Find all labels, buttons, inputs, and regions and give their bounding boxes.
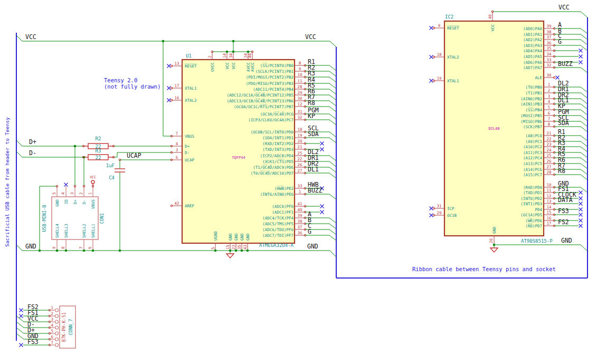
bus-entry	[581, 158, 587, 163]
pin-number: 17	[174, 83, 179, 88]
pin-name: AVCC	[250, 62, 255, 72]
conn7-ref[interactable]: CONN_7	[68, 319, 73, 336]
pin-number: 13	[546, 199, 551, 204]
junction-dot	[214, 250, 217, 252]
pin-number: 39	[546, 24, 551, 28]
pin-number: 3	[176, 148, 178, 152]
net-label[interactable]: KP	[308, 112, 315, 120]
pin-number: 7	[79, 246, 83, 249]
net-label[interactable]: FS2	[558, 218, 569, 226]
pin-name: VBUS	[185, 134, 195, 139]
net-label-vcc-ic2[interactable]: VCC	[558, 4, 570, 11]
net-label[interactable]: DATA	[558, 196, 573, 204]
gnd-symbol-ic2[interactable]	[490, 248, 498, 252]
conn7-value[interactable]: B7K-PH-K-S1	[61, 312, 67, 342]
pin-number: 41	[297, 202, 302, 206]
r3-ref[interactable]: R3	[96, 148, 101, 154]
pin-number: 12	[546, 194, 551, 198]
pin-number: 5	[211, 247, 215, 250]
junction-dot	[83, 250, 86, 252]
capacitor-c4[interactable]	[115, 169, 125, 172]
net-label-dminus[interactable]: D-	[29, 149, 36, 157]
net-label[interactable]: FS3	[558, 207, 569, 215]
junction-dot	[247, 51, 250, 53]
pin-name: (AD3)PA3	[523, 43, 542, 48]
pin-name: (XCK1/C̅T̅S̅)PD5	[262, 159, 293, 164]
net-label-ucap[interactable]: UCAP	[127, 152, 141, 159]
net-label[interactable]: G	[558, 38, 562, 45]
pin-name: (W̅R̅)PD6	[525, 218, 542, 223]
net-label-vcc-left[interactable]: VCC	[25, 33, 36, 41]
net-label[interactable]: FS3	[27, 338, 39, 346]
net-label[interactable]: DL1	[308, 166, 319, 173]
note-teensy-line1[interactable]: Teensy 2.0	[104, 77, 137, 83]
con1-value[interactable]: USB-MINI-B	[42, 205, 47, 232]
no-connect-x	[579, 55, 583, 59]
r3-value[interactable]: 22	[96, 155, 101, 160]
bus-entry	[329, 65, 336, 71]
bus-entry	[329, 194, 336, 199]
pin-name: (AIN0)PB2	[520, 97, 542, 101]
net-label[interactable]: R8	[308, 99, 315, 107]
pin-number: 25	[546, 153, 551, 158]
pin-name: (INT6/AIN0)PE6	[260, 192, 294, 197]
pin-name: (INT1)PD3	[520, 202, 542, 206]
pin-number: 32	[546, 63, 551, 68]
ic2-value[interactable]: AT90S8515-P	[521, 238, 553, 244]
pin-number: 23	[546, 142, 551, 147]
net-label-gnd-u1[interactable]: GND	[307, 243, 318, 250]
pin-name: (TXD)PD1	[523, 190, 542, 195]
wire-u1-power	[212, 41, 252, 52]
connector-pin-circle	[55, 332, 59, 335]
pin-name: (SCLK/PCINT1)PB1	[255, 69, 293, 74]
no-connect-x	[64, 183, 68, 187]
bus-entry	[329, 120, 336, 125]
pin-name: (AD2)PA2	[523, 37, 542, 42]
junction-dot	[235, 250, 238, 252]
pin-name: (OC1A)PD5	[520, 213, 542, 217]
note-teensy-line2[interactable]: (not fully drawn)	[104, 83, 160, 90]
pin-number: 3	[70, 192, 74, 195]
pin-name: (ADC11/PCINT4)PB4	[253, 87, 293, 92]
pin-number: 27	[297, 168, 302, 173]
note-ribbon-cable[interactable]: Ribbon cable between Teensy pins and soc…	[412, 266, 556, 272]
net-label-dplus[interactable]: D+	[29, 138, 36, 146]
net-label[interactable]: SDA	[558, 119, 569, 127]
net-label[interactable]: G	[308, 228, 311, 235]
bus-entry	[329, 83, 336, 89]
c4-value[interactable]: 1uF	[106, 163, 115, 168]
con1-ref[interactable]: CON1	[99, 213, 105, 224]
pin-number: 11	[297, 79, 302, 83]
pin-name: XTAL2	[185, 98, 197, 103]
ic2-ref[interactable]: IC2	[445, 14, 453, 20]
junction-dot	[241, 250, 243, 252]
net-label[interactable]: SDA	[308, 130, 319, 138]
net-label-gnd-ic2[interactable]: GND	[561, 237, 572, 244]
bus-entry	[581, 99, 587, 104]
net-label[interactable]: BUZZ	[308, 187, 323, 194]
pin-name: (A10)PC2	[523, 145, 542, 149]
u1-package[interactable]: TQFP44	[232, 156, 245, 160]
u1-ref[interactable]: U1	[186, 53, 192, 59]
net-label[interactable]: BUZZ	[558, 60, 573, 68]
r2-ref[interactable]: R2	[96, 136, 101, 141]
pin-name: (ADC0)PF0	[272, 204, 293, 209]
pin-name: (ADC12/OC1A/O̅C̅4̅B̅/PCINT12)PB5	[227, 92, 293, 97]
pin-name: R̅E̅S̅E̅T̅	[185, 63, 197, 68]
wire-ic2-vcc	[492, 12, 587, 17]
bus-entry	[581, 104, 587, 109]
pin-name: (INT0)PD2	[520, 196, 542, 201]
c4-ref[interactable]: C4	[109, 175, 115, 180]
bus-entry	[329, 161, 336, 167]
pin-name: (T0/O̅C̅4̅D̅/ADC10)PD7	[251, 170, 293, 175]
net-label-gnd-left[interactable]: GND	[25, 243, 36, 250]
pin-name: GND	[55, 199, 60, 207]
pin-number: 6	[51, 334, 53, 339]
pin-name: (ADC7/TDI)PF7	[262, 233, 293, 238]
ic2-package[interactable]: DIL40	[488, 127, 499, 131]
note-usb-cable[interactable]: Sacrificial USB cable from header to Tee…	[4, 117, 10, 247]
net-label[interactable]: R8	[558, 167, 565, 175]
u1-value[interactable]: ATMEGA32U4-A	[259, 243, 294, 248]
net-label-vcc-u1[interactable]: VCC	[305, 33, 316, 41]
pin-name: (SDA/INT1)PD1	[262, 136, 293, 140]
